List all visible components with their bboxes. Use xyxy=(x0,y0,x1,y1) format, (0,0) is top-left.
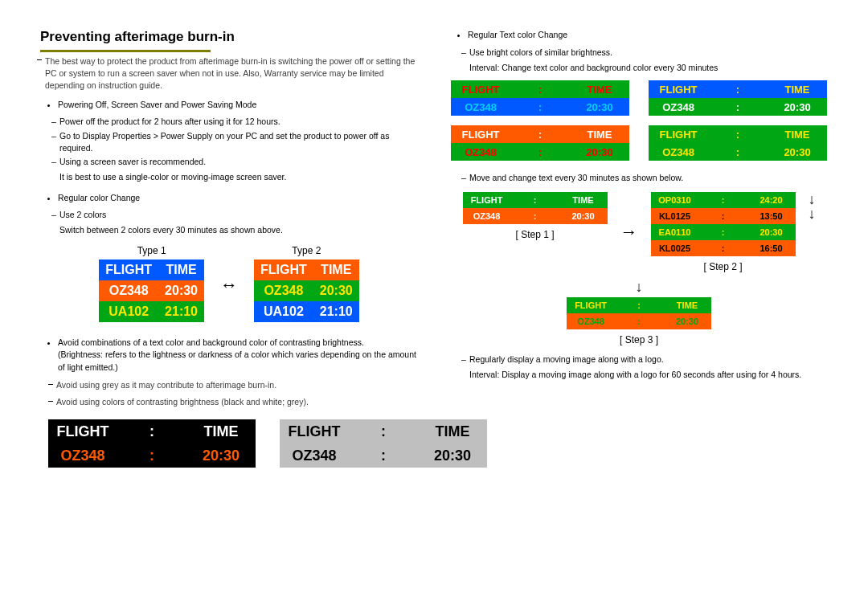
step-label: [ Step 2 ] xyxy=(703,261,742,272)
type-label: Type 1 xyxy=(99,245,204,256)
right-arrow-icon: → xyxy=(620,222,638,243)
list-item: Use 2 colors xyxy=(51,209,418,221)
list-item: Avoid combinations of a text color and b… xyxy=(58,337,418,374)
step-label: [ Step 3 ] xyxy=(620,334,658,345)
list-item: Move and change text every 30 minutes as… xyxy=(461,172,828,184)
list-item: Go to Display Properties > Power Supply … xyxy=(51,130,418,154)
step3-board: FLIGHT:TIME OZ348:20:30 xyxy=(567,297,711,329)
sub-text: Interval: Display a moving image along w… xyxy=(450,369,828,381)
list-item: Using a screen saver is recommended. xyxy=(51,156,418,168)
bad-example-black: FLIGHT:TIME OZ348:20:30 xyxy=(48,419,256,468)
note-text: Avoid using colors of contrasting bright… xyxy=(40,396,418,408)
title-underline xyxy=(40,50,211,52)
list-item: Regular color Change xyxy=(58,192,418,205)
example-board-type1: FLIGHTTIME OZ34820:30 UA10221:10 xyxy=(99,260,204,322)
sub-text: It is best to use a single-color or movi… xyxy=(40,171,418,183)
down-arrow-icon: ↓ xyxy=(450,280,828,293)
intro-text: The best way to protect the product from… xyxy=(40,55,418,92)
down-arrow-icon: ↓ xyxy=(809,192,816,206)
color-example-board: FLIGHT:TIME OZ348:20:30 xyxy=(649,80,827,116)
step2-board: OP0310:24:20 KL0125:13:50 EA0110:20:30 K… xyxy=(651,192,796,256)
note-text: Avoid using grey as it may contribute to… xyxy=(40,379,418,391)
type-label: Type 2 xyxy=(254,245,359,256)
list-item: Regular Text color Change xyxy=(468,29,828,42)
section-title: Preventing afterimage burn-in xyxy=(40,29,418,45)
down-arrow-icon: ↓ xyxy=(809,206,816,221)
color-example-board: FLIGHT:TIME OZ348:20:30 xyxy=(451,80,629,116)
swap-arrow-icon: ↔ xyxy=(220,275,238,296)
step-label: [ Step 1 ] xyxy=(515,229,554,240)
list-item: Use bright colors of similar brightness. xyxy=(461,47,828,59)
sub-text: Switch between 2 colors every 30 minutes… xyxy=(40,224,418,236)
list-item: Powering Off, Screen Saver and Power Sav… xyxy=(58,99,418,112)
sub-text: Interval: Change text color and backgrou… xyxy=(450,62,828,74)
color-example-board: FLIGHT:TIME OZ348:20:30 xyxy=(451,125,629,161)
list-item: Power off the product for 2 hours after … xyxy=(51,116,418,128)
example-board-type2: FLIGHTTIME OZ34820:30 UA10221:10 xyxy=(254,260,359,322)
color-example-board: FLIGHT:TIME OZ348:20:30 xyxy=(649,125,827,161)
step1-board: FLIGHT:TIME OZ348:20:30 xyxy=(463,192,608,224)
list-item: Regularly display a moving image along w… xyxy=(461,353,828,366)
